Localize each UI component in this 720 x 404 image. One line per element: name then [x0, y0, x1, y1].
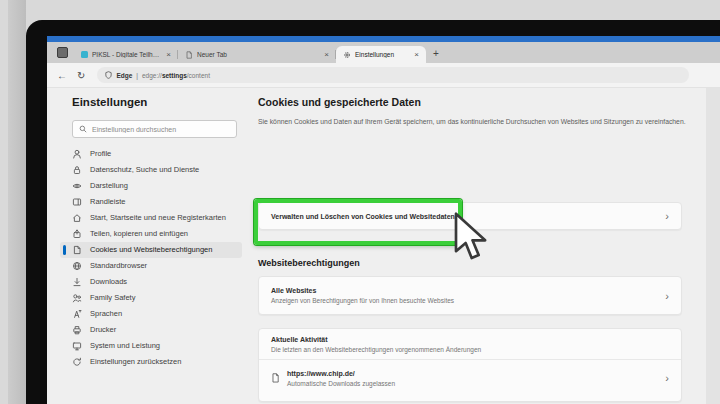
mouse-cursor [451, 212, 491, 262]
search-input[interactable] [92, 126, 222, 133]
sidebar-item-standardbrowser[interactable]: Standardbrowser [60, 258, 242, 274]
url-host: settings [162, 72, 187, 79]
search-icon [79, 125, 87, 133]
piksl-favicon [81, 51, 88, 58]
tab-title: Neuer Tab [197, 51, 318, 58]
browser-toolbar: ← ↻ Edge | edge://settings/content [47, 63, 720, 88]
sidebar-item-datenschutz[interactable]: Datenschutz, Suche und Dienste [60, 162, 242, 178]
recent-activity-card: Aktuelle Aktivität Die letzten an den We… [258, 328, 682, 402]
sidebar-item-system[interactable]: System und Leistung [60, 338, 242, 354]
refresh-icon[interactable]: ↻ [77, 70, 85, 81]
gear-favicon [343, 51, 351, 59]
appearance-icon [72, 181, 82, 191]
settings-nav: Profile Datenschutz, Suche und Dienste D… [60, 146, 242, 370]
monitor-side-band [8, 0, 26, 404]
sidebar-item-teilen[interactable]: Teilen, kopieren und einfügen [60, 226, 242, 242]
sidebar-item-family-safety[interactable]: Family Safety [60, 290, 242, 306]
sidebar-item-sprachen[interactable]: Sprachen [60, 306, 242, 322]
settings-search-box[interactable] [72, 120, 237, 138]
url-scheme: edge:// [142, 72, 162, 79]
sidebar-item-downloads[interactable]: Downloads [60, 274, 242, 290]
tab-title: Einstellungen [355, 51, 408, 58]
recent-activity-title: Aktuelle Aktivität [271, 336, 669, 343]
address-bar[interactable]: Edge | edge://settings/content [97, 67, 689, 83]
document-icon [271, 373, 280, 383]
monitor-photo: PIKSL - Digitale Teilhabe für M... × Neu… [0, 0, 720, 404]
tab-close-icon[interactable]: × [164, 50, 173, 59]
back-icon[interactable]: ← [57, 70, 67, 81]
tab-strip: PIKSL - Digitale Teilhabe für M... × Neu… [47, 42, 720, 63]
default-browser-icon [72, 261, 82, 271]
share-icon [72, 229, 82, 239]
sidebar-item-cookies[interactable]: Cookies und Websiteberechtigungen [60, 242, 242, 258]
page-favicon [185, 51, 193, 59]
activity-site-row[interactable]: https://www.chip.de/ Automatische Downlo… [259, 360, 681, 396]
address-url: edge://settings/content [142, 72, 210, 79]
cookies-icon [72, 245, 82, 255]
privacy-icon [72, 165, 82, 175]
languages-icon [72, 309, 82, 319]
profile-icon [72, 149, 82, 159]
reset-icon [72, 357, 82, 367]
printer-icon [72, 325, 82, 335]
address-badge: Edge [116, 72, 132, 79]
sidebar-item-randleiste[interactable]: Randleiste [60, 194, 242, 210]
all-websites-row[interactable]: Alle Websites Anzeigen von Berechtigunge… [258, 276, 682, 315]
sidebar-item-start[interactable]: Start, Startseite und neue Registerkarte… [60, 210, 242, 226]
start-home-icon [72, 213, 82, 223]
tab-piksl[interactable]: PIKSL - Digitale Teilhabe für M... × [74, 46, 178, 63]
settings-title: Einstellungen [72, 96, 147, 108]
tab-einstellungen[interactable]: Einstellungen × [336, 46, 426, 63]
tab-close-icon[interactable]: × [412, 50, 421, 59]
tab-close-icon[interactable]: × [322, 50, 331, 59]
page-right-edge [706, 88, 720, 404]
address-divider: | [136, 72, 138, 79]
page-title: Cookies und gespeicherte Daten [258, 96, 421, 108]
browser-window: PIKSL - Digitale Teilhabe für M... × Neu… [47, 36, 720, 404]
sidebar-item-drucker[interactable]: Drucker [60, 322, 242, 338]
sidebar-item-darstellung[interactable]: Darstellung [60, 178, 242, 194]
page-description: Sie können Cookies und Daten auf Ihrem G… [258, 117, 686, 127]
family-safety-icon [72, 293, 82, 303]
recent-activity-subtitle: Die letzten an den Websiteberechtigungen… [271, 346, 669, 353]
url-path: /content [187, 72, 210, 79]
sidebar-panel-icon [72, 197, 82, 207]
tab-actions-menu-icon[interactable] [57, 47, 68, 58]
settings-page: Einstellungen Profile D [47, 88, 720, 404]
section-heading-websiteberechtigungen: Websiteberechtigungen [258, 258, 360, 268]
new-tab-button[interactable]: + [433, 48, 439, 59]
sidebar-item-profile[interactable]: Profile [60, 146, 242, 162]
sidebar-item-zuruecksetzen[interactable]: Einstellungen zurücksetzen [60, 354, 242, 370]
tab-title: PIKSL - Digitale Teilhabe für M... [92, 51, 160, 58]
tab-neuer-tab[interactable]: Neuer Tab × [178, 46, 336, 63]
downloads-icon [72, 277, 82, 287]
system-icon [72, 341, 82, 351]
shield-icon [105, 71, 112, 79]
